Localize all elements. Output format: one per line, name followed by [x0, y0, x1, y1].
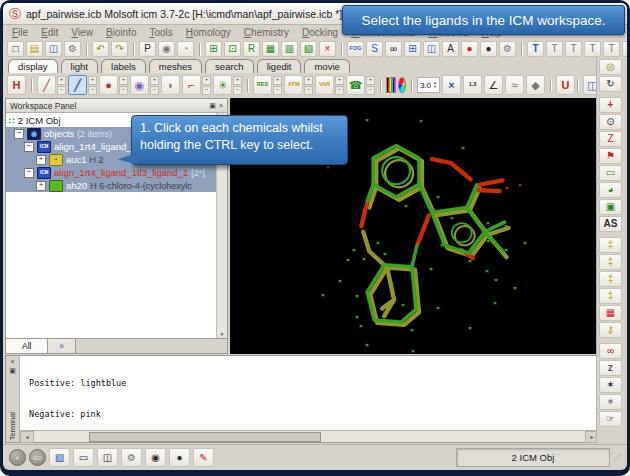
ballstick-plus-button[interactable]: +	[119, 76, 128, 85]
antialias-button[interactable]: AS	[599, 216, 622, 232]
tab-selection-icon[interactable]: ✳	[48, 339, 76, 353]
label-button[interactable]: A	[442, 41, 459, 57]
tab-all[interactable]: All	[6, 339, 48, 353]
stereo-button[interactable]: S	[366, 41, 383, 57]
res-plus-button[interactable]: +	[273, 76, 282, 85]
collapse-icon[interactable]: −	[14, 129, 24, 139]
terminal-toggle-button[interactable]: ▭	[73, 448, 94, 467]
new-table-button[interactable]: ⊞	[205, 41, 222, 57]
menu-bioinfo[interactable]: Bioinfo	[106, 27, 137, 38]
mesh-clip-button[interactable]: ▦	[599, 305, 622, 321]
red-sphere-button[interactable]: ●	[461, 41, 478, 57]
select-box-button[interactable]: ▭	[599, 165, 622, 181]
scrollbar-thumb[interactable]	[89, 432, 321, 442]
quad-view-button[interactable]: ⊞	[404, 41, 421, 57]
annotate-button[interactable]: ✎	[193, 448, 214, 467]
menu-edit[interactable]: Edit	[41, 27, 58, 38]
duplicate-view-button[interactable]: ◫	[423, 41, 440, 57]
menu-file[interactable]: File	[12, 27, 28, 38]
glasses-button[interactable]: ∞	[385, 41, 402, 57]
cpk-minus-button[interactable]: −	[150, 86, 159, 95]
view-center-button[interactable]: ◎	[599, 59, 622, 75]
resize-grip[interactable]: ⋰	[613, 453, 621, 462]
clip-slab-button[interactable]: ‡	[599, 271, 622, 287]
tools-button[interactable]: ⚙	[499, 41, 516, 57]
menu-view[interactable]: View	[71, 27, 93, 38]
tether-button-6[interactable]: T	[622, 41, 627, 57]
pick-atom-button[interactable]: ⚑	[599, 148, 622, 164]
atom-plus-button[interactable]: +	[304, 76, 313, 85]
menu-docking[interactable]: Docking	[302, 27, 338, 38]
res-minus-button[interactable]: −	[273, 86, 282, 95]
angle-button[interactable]: ∠	[484, 75, 503, 95]
collapse-icon[interactable]: −	[24, 168, 34, 178]
atom-minus-button[interactable]: −	[304, 86, 313, 95]
chem-minus-button[interactable]: −	[233, 86, 242, 95]
go-button[interactable]: GO	[29, 449, 46, 466]
variable-label-button[interactable]: VAR	[315, 75, 334, 95]
open-file-button[interactable]: ▤	[26, 41, 43, 57]
workspace-toggle-button[interactable]: ▧	[49, 448, 70, 467]
options-button[interactable]: ⚙	[121, 448, 142, 467]
expand-icon[interactable]: +	[36, 155, 46, 165]
stop-button[interactable]: ×	[9, 449, 26, 466]
occupancy-button[interactable]: ∞	[599, 343, 622, 359]
grab-hand-button[interactable]: ☞	[599, 411, 622, 427]
z-shift-button[interactable]: z	[599, 360, 622, 376]
preferences-button[interactable]: ⚙	[64, 41, 81, 57]
small-view-button[interactable]: ▣	[599, 199, 622, 215]
clip-back-button[interactable]: ‡	[599, 254, 622, 270]
close-panel-icon[interactable]: ×	[219, 102, 223, 109]
panel-toggle-button[interactable]: ◫	[97, 448, 118, 467]
fog-button[interactable]: FOG	[347, 41, 364, 57]
residue-label-button[interactable]: RES	[253, 75, 272, 95]
surface-rep-button[interactable]: ◗	[161, 75, 180, 95]
collapse-icon[interactable]: −	[24, 142, 34, 152]
wire-rep-button[interactable]: ╱	[37, 75, 56, 95]
terminal-float-icon[interactable]: ▣	[9, 367, 16, 374]
grid-view2-button[interactable]: ▧	[300, 41, 317, 57]
tether-button-4[interactable]: T	[584, 41, 601, 57]
expand-selection-button[interactable]: ×	[442, 75, 461, 95]
ballstick-rep-button[interactable]: ●	[99, 75, 118, 95]
clip-both-button[interactable]: ‡	[599, 288, 622, 304]
stick-rep-button[interactable]: ╱	[68, 75, 87, 95]
tree-row-ligand2[interactable]: − ICM align_1rt4_ligand_1tl3_ligand_1 [2…	[6, 166, 216, 179]
clip-front-button[interactable]: ‡	[599, 237, 622, 253]
open-table-button[interactable]: ⊡	[224, 41, 241, 57]
expand-icon[interactable]: +	[36, 181, 46, 191]
var-minus-button[interactable]: −	[335, 86, 344, 95]
tether-button-2[interactable]: T	[546, 41, 563, 57]
tab-meshes[interactable]: meshes	[149, 59, 202, 73]
pick-center-alt-button[interactable]: ✶	[599, 394, 622, 410]
call-minus-button[interactable]: −	[366, 86, 375, 95]
menu-tools[interactable]: Tools	[149, 27, 172, 38]
tether-button-1[interactable]: T	[527, 41, 544, 57]
tab-labels[interactable]: labels	[101, 59, 146, 73]
atom-label-button[interactable]: ATM	[284, 75, 303, 95]
stick-minus-button[interactable]: −	[88, 86, 97, 95]
tab-ligedit[interactable]: ligedit	[257, 59, 302, 73]
chem-plus-button[interactable]: +	[233, 76, 242, 85]
cpk-rep-button[interactable]: ◉	[130, 75, 149, 95]
lock-view-button[interactable]: ⚷	[599, 322, 622, 338]
xstick-plus-button[interactable]: +	[202, 76, 211, 85]
r-console-button[interactable]: R	[243, 41, 260, 57]
snapshot-button[interactable]: ◉	[145, 448, 166, 467]
xstick-minus-button[interactable]: −	[202, 86, 211, 95]
tether-button-5[interactable]: T	[603, 41, 620, 57]
terminal-hscrollbar[interactable]: ◄ ►	[20, 430, 599, 442]
var-plus-button[interactable]: +	[335, 76, 344, 85]
distance-button[interactable]: 1.3	[463, 75, 482, 95]
menu-homology[interactable]: Homology	[186, 27, 231, 38]
scroll-left-icon[interactable]: ◄	[20, 431, 34, 443]
probe-button[interactable]: ◆	[526, 75, 545, 95]
delete-table-button[interactable]: ×	[319, 41, 336, 57]
stick-plus-button[interactable]: +	[88, 76, 97, 85]
tether-button-3[interactable]: T	[565, 41, 582, 57]
chem-groups-button[interactable]: ✳	[213, 75, 232, 95]
rotate-view-button[interactable]: ↻	[599, 76, 622, 92]
wire-plus-button[interactable]: +	[57, 76, 66, 85]
columns-button[interactable]: ▥	[281, 41, 298, 57]
scroll-down-icon[interactable]: ▼	[220, 331, 225, 337]
